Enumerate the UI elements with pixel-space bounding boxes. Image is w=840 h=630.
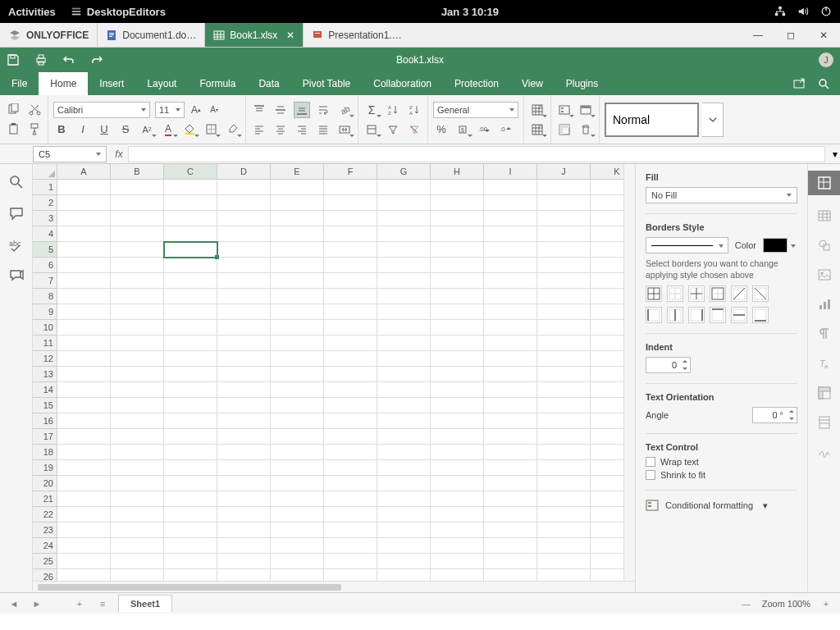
conditional-formatting-button[interactable]: Conditional formatting ▾ [646, 499, 797, 512]
cell[interactable] [164, 523, 217, 538]
cell[interactable] [484, 320, 537, 336]
cell[interactable] [57, 367, 111, 382]
menu-layout[interactable]: Layout [135, 72, 188, 95]
cell[interactable] [271, 507, 324, 523]
cell[interactable] [431, 336, 484, 351]
cell[interactable] [537, 413, 591, 429]
cell[interactable] [377, 273, 431, 289]
cell[interactable] [217, 476, 271, 491]
cell[interactable] [484, 445, 537, 460]
menu-home[interactable]: Home [39, 72, 88, 95]
cell[interactable] [57, 351, 111, 367]
cell[interactable] [217, 445, 271, 460]
cell[interactable] [164, 320, 217, 336]
italic-button[interactable]: I [75, 121, 91, 138]
table-settings-icon[interactable] [815, 207, 833, 225]
menu-collab[interactable]: Collaboration [362, 72, 443, 95]
row-header[interactable]: 21 [33, 491, 57, 507]
wrap-text-checkbox[interactable]: Wrap text [646, 457, 797, 467]
cell[interactable] [217, 289, 271, 304]
cell[interactable] [217, 258, 271, 273]
cell[interactable] [537, 445, 591, 460]
cell[interactable] [111, 367, 164, 382]
cell[interactable] [431, 242, 484, 258]
cell[interactable] [271, 320, 324, 336]
cell[interactable] [484, 211, 537, 226]
row-header[interactable]: 8 [33, 289, 57, 304]
row-header[interactable]: 6 [33, 258, 57, 273]
cell[interactable] [271, 304, 324, 320]
cell-style-dropdown[interactable] [702, 103, 724, 137]
cell[interactable] [537, 507, 591, 523]
row-header[interactable]: 23 [33, 523, 57, 538]
insert-cells-button[interactable]: + [529, 102, 546, 118]
cell[interactable] [484, 523, 537, 538]
cell[interactable] [324, 491, 377, 507]
spellcheck-icon[interactable]: abc [8, 236, 25, 253]
border-outer-button[interactable] [710, 285, 726, 302]
cell[interactable] [271, 273, 324, 289]
cell[interactable] [217, 382, 271, 398]
cell[interactable] [431, 289, 484, 304]
cell[interactable] [431, 491, 484, 507]
cell[interactable] [57, 538, 111, 554]
cell[interactable] [484, 491, 537, 507]
cell[interactable] [324, 398, 377, 413]
cell[interactable] [484, 507, 537, 523]
formula-input[interactable] [128, 146, 825, 162]
cell[interactable] [484, 351, 537, 367]
cell[interactable] [111, 445, 164, 460]
cell[interactable] [217, 398, 271, 413]
shrink-fit-checkbox[interactable]: Shrink to fit [646, 470, 797, 480]
slicer-settings-icon[interactable] [815, 413, 833, 431]
row-header[interactable]: 4 [33, 226, 57, 242]
cell[interactable] [377, 413, 431, 429]
cell[interactable] [484, 382, 537, 398]
cell[interactable] [217, 180, 271, 195]
cell[interactable] [111, 304, 164, 320]
cell[interactable] [271, 195, 324, 211]
inc-decimal-button[interactable]: .00 [476, 121, 492, 138]
cell[interactable] [431, 460, 484, 476]
cell[interactable] [377, 242, 431, 258]
cell[interactable] [111, 226, 164, 242]
cell[interactable] [217, 413, 271, 429]
cell[interactable] [217, 304, 271, 320]
cell[interactable] [377, 460, 431, 476]
cell[interactable] [57, 554, 111, 569]
border-inside-vert-button[interactable] [667, 307, 683, 323]
cell[interactable] [164, 538, 217, 554]
align-right-button[interactable] [294, 121, 310, 138]
angle-spinner[interactable]: 0 ° [752, 407, 797, 423]
cell[interactable] [537, 304, 591, 320]
justify-button[interactable] [315, 121, 331, 138]
cell[interactable] [377, 289, 431, 304]
table-template-button[interactable] [578, 102, 594, 118]
cell[interactable] [57, 336, 111, 351]
cell[interactable] [537, 320, 591, 336]
cell[interactable] [377, 507, 431, 523]
cell[interactable] [57, 398, 111, 413]
percent-button[interactable]: % [433, 121, 450, 138]
cell[interactable] [217, 242, 271, 258]
cell[interactable] [217, 554, 271, 569]
cell[interactable] [111, 491, 164, 507]
cell[interactable] [324, 226, 377, 242]
border-diag-up-button[interactable] [731, 285, 747, 302]
cell[interactable] [377, 195, 431, 211]
cell[interactable] [431, 554, 484, 569]
strike-button[interactable]: S [117, 121, 134, 138]
redo-icon[interactable] [90, 53, 103, 66]
sheet-tab[interactable]: Sheet1 [118, 595, 172, 612]
tab-presentation[interactable]: Presentation1.… [303, 23, 409, 47]
cell[interactable] [324, 445, 377, 460]
cell[interactable] [484, 413, 537, 429]
number-format-select[interactable]: General [433, 102, 518, 118]
cell[interactable] [164, 507, 217, 523]
textart-settings-icon[interactable]: Ta [815, 354, 833, 372]
cell[interactable] [431, 258, 484, 273]
align-middle-button[interactable] [272, 102, 289, 118]
cell[interactable] [431, 320, 484, 336]
window-maximize-button[interactable]: ◻ [774, 23, 807, 47]
cell[interactable] [431, 445, 484, 460]
